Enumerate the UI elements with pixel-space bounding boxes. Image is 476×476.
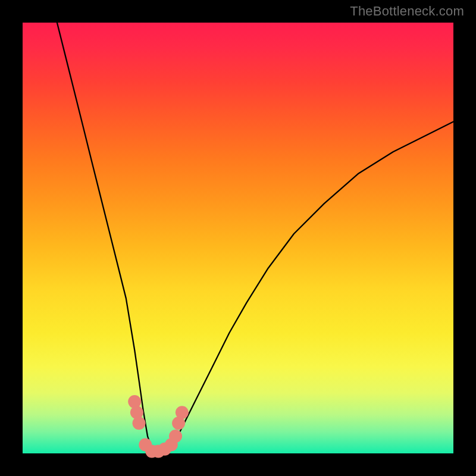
bottleneck-curve	[57, 23, 453, 453]
watermark-text: TheBottleneck.com	[350, 4, 464, 19]
marker-dot	[130, 406, 143, 419]
marker-dot	[133, 416, 146, 430]
curve-layer	[57, 23, 453, 453]
marker-dot	[176, 406, 189, 419]
chart-frame: TheBottleneck.com	[0, 0, 476, 476]
marker-dot	[128, 395, 141, 408]
marker-layer	[128, 395, 189, 458]
plot-area	[23, 23, 453, 453]
marker-dot	[169, 430, 182, 443]
chart-svg	[23, 23, 453, 453]
